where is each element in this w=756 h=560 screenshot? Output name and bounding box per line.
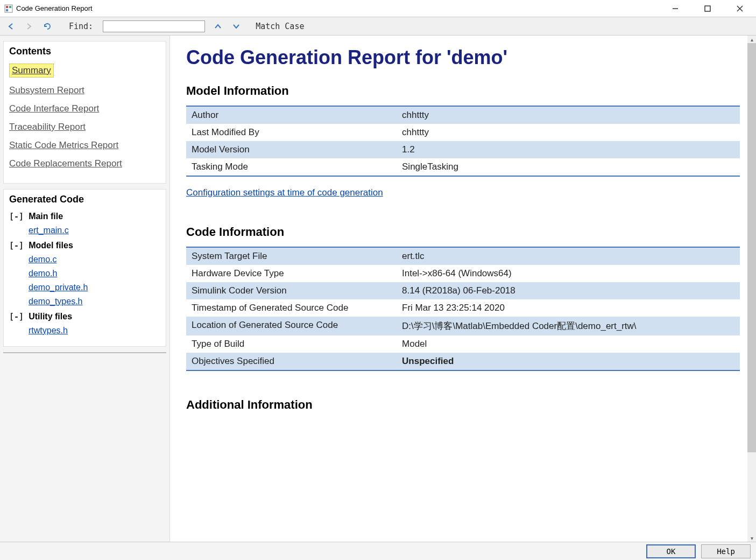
file-group-title: Utility files [29,312,72,321]
svg-rect-2 [9,6,11,8]
table-value: 1.2 [397,141,740,158]
additional-info-heading: Additional Information [186,398,740,412]
table-row: Model Version1.2 [186,141,740,158]
table-key: Last Modified By [186,124,397,141]
table-row: Tasking ModeSingleTasking [186,158,740,176]
toolbar: Find: Match Case [0,17,756,36]
contents-card: Contents SummarySubsystem ReportCode Int… [3,41,166,184]
file-group-title: Main file [29,212,63,221]
find-input[interactable] [103,20,205,32]
file-link[interactable]: ert_main.c [29,226,160,235]
table-value: Unspecified [397,353,740,370]
table-row: Simulink Coder Version8.14 (R2018a) 06-F… [186,282,740,299]
table-row: Timestamp of Generated Source CodeFri Ma… [186,299,740,317]
contents-link[interactable]: Code Interface Report [9,103,160,114]
table-row: Authorchhttty [186,106,740,124]
table-key: Type of Build [186,335,397,353]
contents-link[interactable]: Static Code Metrics Report [9,140,160,151]
generated-code-heading: Generated Code [9,194,160,205]
file-group-header[interactable]: [-] Model files [9,241,160,250]
scroll-up-icon[interactable]: ▴ [747,36,756,43]
table-value: Model [397,335,740,353]
find-label: Find: [69,22,93,31]
file-group-title: Model files [29,241,73,250]
footer: OK Help [0,542,756,560]
scrollbar-thumb[interactable] [747,43,756,452]
model-info-heading: Model Information [186,84,740,98]
code-info-table: System Target Fileert.tlcHardware Device… [186,247,740,371]
table-row: System Target Fileert.tlc [186,247,740,265]
table-value: 8.14 (R2018a) 06-Feb-2018 [397,282,740,299]
window-controls [666,2,750,15]
file-link[interactable]: demo_types.h [29,297,160,306]
svg-rect-5 [705,6,710,11]
table-row: Last Modified Bychhttty [186,124,740,141]
file-link[interactable]: demo_private.h [29,283,160,292]
file-link[interactable]: demo.c [29,255,160,264]
help-button[interactable]: Help [701,544,751,558]
table-key: Hardware Device Type [186,265,397,282]
file-group-header[interactable]: [-] Utility files [9,312,160,321]
contents-link[interactable]: Code Replacements Report [9,158,160,169]
table-value: D:\学习\博客\Matlab\Embedded Coder配置\demo_er… [397,317,740,335]
generated-code-card: Generated Code [-] Main fileert_main.c[-… [3,189,166,347]
code-info-heading: Code Information [186,225,740,239]
table-key: Simulink Coder Version [186,282,397,299]
contents-link[interactable]: Summary [9,64,54,78]
main-area: Contents SummarySubsystem ReportCode Int… [0,36,756,542]
contents-link[interactable]: Traceability Report [9,122,160,132]
table-key: Model Version [186,141,397,158]
match-case-toggle[interactable]: Match Case [256,22,304,31]
contents-link[interactable]: Subsystem Report [9,85,160,96]
table-value: ert.tlc [397,247,740,265]
svg-rect-1 [6,6,8,8]
table-row: Hardware Device TypeIntel->x86-64 (Windo… [186,265,740,282]
table-value: chhttty [397,124,740,141]
table-row: Type of BuildModel [186,335,740,353]
collapse-toggle-icon[interactable]: [-] [9,212,29,221]
find-down-button[interactable] [231,21,242,32]
table-row: Objectives SpecifiedUnspecified [186,353,740,370]
sidebar-divider [3,352,166,353]
table-key: Objectives Specified [186,353,397,370]
table-value: SingleTasking [397,158,740,176]
file-link[interactable]: rtwtypes.h [29,326,160,335]
forward-button[interactable] [24,21,34,32]
table-key: Author [186,106,397,124]
ok-button[interactable]: OK [646,544,696,558]
model-info-table: AuthorchhtttyLast Modified BychhtttyMode… [186,106,740,177]
table-value: Intel->x86-64 (Windows64) [397,265,740,282]
config-settings-link[interactable]: Configuration settings at time of code g… [186,187,383,198]
table-key: Timestamp of Generated Source Code [186,299,397,317]
content-pane: ▴ ▾ Code Generation Report for 'demo' Mo… [170,36,756,542]
table-value: chhttty [397,106,740,124]
collapse-toggle-icon[interactable]: [-] [9,241,29,250]
maximize-button[interactable] [698,2,717,15]
contents-heading: Contents [9,46,160,57]
minimize-button[interactable] [666,2,685,15]
table-key: System Target File [186,247,397,265]
scroll-down-icon[interactable]: ▾ [747,534,756,542]
table-key: Location of Generated Source Code [186,317,397,335]
find-up-button[interactable] [213,21,223,32]
scrollbar-track[interactable]: ▴ ▾ [747,36,756,542]
back-button[interactable] [5,21,16,32]
file-link[interactable]: demo.h [29,269,160,278]
table-value: Fri Mar 13 23:25:14 2020 [397,299,740,317]
app-icon [4,4,13,13]
sidebar: Contents SummarySubsystem ReportCode Int… [0,36,170,542]
close-button[interactable] [730,2,750,15]
refresh-button[interactable] [42,21,53,32]
titlebar: Code Generation Report [0,0,756,17]
collapse-toggle-icon[interactable]: [-] [9,312,29,321]
window-title: Code Generation Report [16,4,666,12]
table-row: Location of Generated Source CodeD:\学习\博… [186,317,740,335]
file-group-header[interactable]: [-] Main file [9,212,160,221]
page-title: Code Generation Report for 'demo' [186,46,740,69]
table-key: Tasking Mode [186,158,397,176]
svg-rect-3 [6,9,8,11]
